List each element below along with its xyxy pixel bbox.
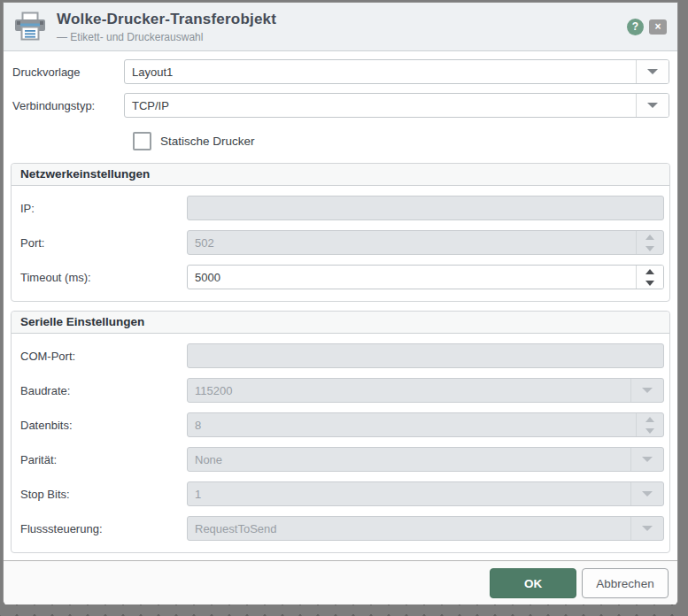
baudrate-label: Baudrate:: [20, 384, 187, 397]
row-baudrate: Baudrate: 115200: [20, 378, 664, 403]
spin-down-icon: [637, 425, 663, 436]
druckvorlage-label: Druckvorlage: [12, 65, 124, 79]
spin-up-icon: [637, 231, 663, 243]
row-datenbits: Datenbits: 8: [20, 412, 664, 437]
com-port-label: COM-Port:: [20, 350, 187, 363]
timeout-label: Timeout (ms):: [20, 271, 187, 284]
serial-settings-group: Serielle Einstellungen COM-Port: Baudrat…: [11, 311, 670, 553]
ip-input: [187, 196, 664, 220]
com-port-input: [187, 343, 664, 368]
serial-group-title: Serielle Einstellungen: [12, 312, 669, 334]
timeout-value: 5000: [188, 266, 636, 289]
com-port-value: [188, 344, 663, 367]
cancel-button[interactable]: Abbrechen: [582, 568, 669, 598]
chevron-down-icon[interactable]: [636, 60, 669, 83]
spin-down-icon[interactable]: [637, 277, 663, 289]
row-ip: IP:: [20, 196, 664, 220]
printer-icon: [12, 12, 48, 42]
dialog-title: Wolke-Drucker-Transferobjekt: [57, 11, 627, 28]
port-label: Port:: [20, 236, 187, 250]
spin-down-icon: [637, 243, 663, 254]
stop-bits-value: 1: [188, 482, 630, 505]
statische-drucker-label: Statische Drucker: [160, 135, 255, 148]
flusssteuerung-label: Flusssteuerung:: [20, 522, 187, 535]
row-stop-bits: Stop Bits: 1: [20, 481, 664, 506]
dialog-header: Wolke-Drucker-Transferobjekt — Etikett- …: [4, 3, 677, 51]
close-icon[interactable]: ×: [649, 19, 667, 35]
printer-transfer-dialog: Wolke-Drucker-Transferobjekt — Etikett- …: [4, 3, 677, 605]
spin-up-icon[interactable]: [637, 266, 663, 277]
window-resize-grip[interactable]: [0, 604, 688, 616]
datenbits-value: 8: [188, 413, 636, 436]
row-flusssteuerung: Flusssteuerung: RequestToSend: [20, 516, 664, 541]
ok-button[interactable]: OK: [490, 568, 576, 598]
row-druckvorlage: Druckvorlage Layout1: [12, 59, 669, 84]
stop-bits-select: 1: [187, 481, 664, 506]
ip-label: IP:: [20, 202, 187, 215]
paritaet-value: None: [188, 448, 630, 471]
baudrate-value: 115200: [188, 379, 630, 402]
baudrate-select: 115200: [187, 378, 664, 403]
datenbits-label: Datenbits:: [20, 419, 187, 432]
chevron-down-icon: [630, 379, 663, 402]
chevron-down-icon[interactable]: [636, 94, 669, 117]
flusssteuerung-select: RequestToSend: [187, 516, 664, 541]
row-paritaet: Parität: None: [20, 447, 664, 472]
port-spinner: 502: [187, 230, 664, 255]
row-timeout: Timeout (ms): 5000: [20, 265, 664, 289]
paritaet-select: None: [187, 447, 664, 472]
timeout-spinner[interactable]: 5000: [187, 265, 664, 289]
chevron-down-icon: [630, 517, 663, 540]
flusssteuerung-value: RequestToSend: [188, 517, 630, 540]
row-com-port: COM-Port:: [20, 343, 664, 368]
druckvorlage-value: Layout1: [125, 60, 636, 83]
spin-up-icon: [637, 413, 663, 425]
help-icon[interactable]: ?: [627, 19, 644, 35]
row-port: Port: 502: [20, 230, 664, 255]
network-settings-group: Netzwerkeinstellungen IP: Port: 502: [11, 163, 670, 302]
chevron-down-icon: [630, 482, 663, 505]
datenbits-spinner: 8: [187, 412, 664, 437]
statische-drucker-checkbox[interactable]: [133, 132, 151, 150]
druckvorlage-select[interactable]: Layout1: [124, 59, 669, 84]
dialog-subtitle: — Etikett- und Druckerauswahl: [57, 31, 627, 43]
title-block: Wolke-Drucker-Transferobjekt — Etikett- …: [57, 11, 627, 43]
paritaet-label: Parität:: [20, 453, 187, 466]
ip-value: [188, 196, 663, 219]
network-group-title: Netzwerkeinstellungen: [12, 164, 669, 186]
stop-bits-label: Stop Bits:: [20, 488, 187, 501]
verbindungstyp-value: TCP/IP: [125, 94, 636, 117]
verbindungstyp-select[interactable]: TCP/IP: [124, 93, 669, 118]
row-verbindungstyp: Verbindungstyp: TCP/IP: [12, 93, 669, 118]
chevron-down-icon: [630, 448, 663, 471]
dialog-footer: OK Abbrechen: [4, 560, 677, 605]
row-statische-drucker: Statische Drucker: [133, 132, 669, 150]
verbindungstyp-label: Verbindungstyp:: [12, 99, 124, 112]
dialog-content: Druckvorlage Layout1 Verbindungstyp: TCP…: [4, 51, 677, 605]
port-value: 502: [188, 231, 636, 254]
